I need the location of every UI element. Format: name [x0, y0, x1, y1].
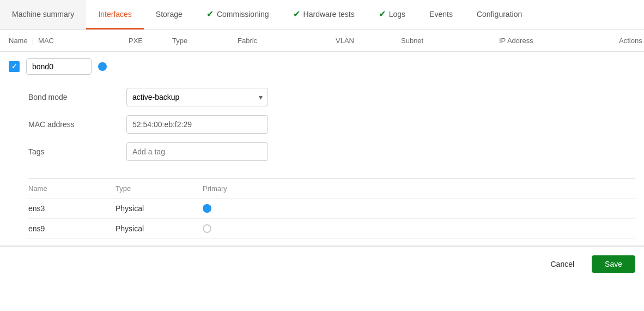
tab-configuration-label: Configuration [477, 10, 522, 19]
mac-address-label: MAC address [28, 120, 126, 129]
pxe-indicator [98, 62, 107, 71]
form-section: Bond mode active-backup balance-rr balan… [9, 83, 635, 174]
col-name-label: Name [9, 37, 28, 45]
tab-events-label: Events [429, 10, 453, 19]
col-header-ip-address: IP Address [499, 37, 619, 45]
sub-row-ens3-name: ens3 [28, 204, 116, 213]
bond-mode-select[interactable]: active-backup balance-rr balance-xor bro… [126, 88, 268, 106]
col-header-actions: Actions [619, 37, 642, 45]
bond-mode-label: Bond mode [28, 93, 126, 101]
sub-table: Name Type Primary ens3 Physical ens9 Phy… [28, 178, 635, 239]
tab-configuration[interactable]: Configuration [465, 0, 534, 29]
row-header-line [9, 58, 635, 75]
sub-row-ens9-type: Physical [116, 224, 203, 233]
table-header: Name | MAC PXE Type Fabric VLAN Subnet I… [0, 30, 644, 52]
expanded-interface-row: Bond mode active-backup balance-rr balan… [0, 52, 644, 246]
footer-actions: Cancel Save [0, 246, 644, 282]
bond-mode-select-wrapper: active-backup balance-rr balance-xor bro… [126, 88, 268, 106]
col-header-pxe: PXE [129, 37, 172, 45]
sub-row-ens3-type: Physical [116, 204, 203, 213]
sub-row-ens3-primary[interactable] [203, 204, 257, 213]
tab-events[interactable]: Events [417, 0, 465, 29]
commissioning-check-icon: ✔ [206, 9, 214, 19]
col-separator: | [32, 37, 34, 45]
top-navigation: Machine summary Interfaces Storage ✔ Com… [0, 0, 644, 30]
tags-label: Tags [28, 147, 126, 156]
tab-storage[interactable]: Storage [144, 0, 195, 29]
tab-hardware-tests[interactable]: ✔ Hardware tests [281, 0, 367, 29]
cancel-button[interactable]: Cancel [539, 255, 585, 273]
tab-logs-label: Logs [389, 10, 405, 19]
col-header-fabric: Fabric [238, 37, 336, 45]
tab-storage-label: Storage [156, 10, 183, 19]
main-content: Name | MAC PXE Type Fabric VLAN Subnet I… [0, 30, 644, 282]
tab-interfaces-label: Interfaces [98, 10, 131, 19]
mac-address-input[interactable] [126, 115, 268, 134]
sub-col-primary: Primary [203, 184, 257, 193]
col-header-type: Type [172, 37, 238, 45]
bond-mode-row: Bond mode active-backup balance-rr balan… [28, 88, 635, 106]
tab-machine-summary-label: Machine summary [12, 10, 74, 19]
col-header-subnet: Subnet [401, 37, 499, 45]
sub-row-ens9-name: ens9 [28, 224, 116, 233]
mac-address-row: MAC address [28, 115, 635, 134]
tab-logs[interactable]: ✔ Logs [367, 0, 417, 29]
sub-row-ens9-primary[interactable] [203, 224, 257, 233]
logs-check-icon: ✔ [379, 9, 386, 19]
col-header-vlan: VLAN [336, 37, 401, 45]
tab-commissioning[interactable]: ✔ Commissioning [195, 0, 281, 29]
col-header-name: Name | MAC [9, 37, 129, 45]
tab-interfaces[interactable]: Interfaces [86, 0, 143, 29]
row-checkbox[interactable] [9, 61, 20, 72]
col-mac-label: MAC [38, 37, 54, 45]
sub-col-name: Name [28, 184, 116, 193]
tab-machine-summary[interactable]: Machine summary [0, 0, 86, 29]
radio-empty-icon [203, 224, 211, 233]
sub-col-type: Type [116, 184, 203, 193]
sub-table-row-ens9: ens9 Physical [28, 219, 635, 239]
sub-table-row-ens3: ens3 Physical [28, 199, 635, 219]
tab-hardware-tests-label: Hardware tests [303, 10, 355, 19]
save-button[interactable]: Save [592, 255, 635, 273]
hardware-tests-check-icon: ✔ [293, 9, 300, 19]
tags-input[interactable] [126, 142, 268, 161]
tab-commissioning-label: Commissioning [217, 10, 269, 19]
radio-filled-icon [203, 204, 211, 213]
tags-row: Tags [28, 142, 635, 161]
interface-name-input[interactable] [26, 58, 92, 75]
sub-table-header: Name Type Primary [28, 179, 635, 199]
